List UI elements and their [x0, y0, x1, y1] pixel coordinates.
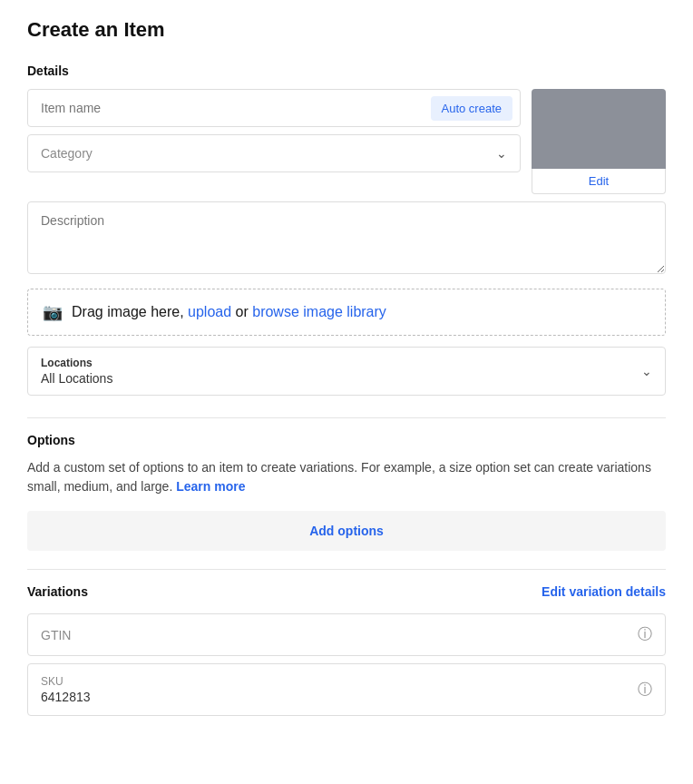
details-section: Details Auto create Category ⌄ Edit 📷 [27, 64, 666, 396]
details-left: Auto create Category ⌄ [27, 89, 521, 194]
edit-variation-link[interactable]: Edit variation details [542, 584, 666, 599]
browse-library-link[interactable]: browse image library [252, 304, 386, 319]
description-textarea[interactable] [27, 201, 666, 274]
variations-section: Variations Edit variation details GTIN ⓘ… [27, 584, 666, 716]
sku-label: SKU [41, 675, 91, 688]
sku-field: SKU 6412813 ⓘ [27, 663, 666, 716]
variations-title: Variations [27, 584, 88, 599]
locations-value: All Locations [41, 371, 652, 386]
chevron-down-icon: ⌄ [496, 146, 507, 161]
upload-text: Drag image here, upload or browse image … [72, 304, 386, 320]
options-section: Options Add a custom set of options to a… [27, 433, 666, 551]
image-icon: 📷 [43, 302, 63, 322]
details-row: Auto create Category ⌄ Edit [27, 89, 666, 194]
image-preview [532, 89, 666, 169]
options-label: Options [27, 433, 666, 447]
options-description: Add a custom set of options to an item t… [27, 458, 666, 496]
sku-value: 6412813 [41, 690, 91, 704]
details-label: Details [27, 64, 666, 78]
chevron-down-icon: ⌄ [641, 364, 652, 378]
divider [27, 417, 666, 418]
auto-create-button[interactable]: Auto create [431, 96, 513, 121]
description-wrapper [27, 201, 666, 278]
sku-content: SKU 6412813 [41, 675, 91, 704]
variations-header: Variations Edit variation details [27, 584, 666, 599]
learn-more-link[interactable]: Learn more [176, 479, 245, 494]
info-icon-gtin[interactable]: ⓘ [638, 625, 652, 644]
item-name-wrapper: Auto create [27, 89, 521, 127]
add-options-button[interactable]: Add options [27, 511, 666, 551]
upload-link[interactable]: upload [188, 304, 231, 319]
image-section: Edit [532, 89, 666, 194]
category-label: Category [41, 146, 496, 161]
gtin-field: GTIN ⓘ [27, 613, 666, 656]
gtin-placeholder: GTIN [41, 628, 71, 642]
image-upload-area[interactable]: 📷 Drag image here, upload or browse imag… [27, 289, 666, 336]
divider-2 [27, 569, 666, 570]
item-name-input[interactable] [28, 90, 431, 126]
locations-dropdown[interactable]: Locations All Locations ⌄ [27, 347, 666, 396]
locations-title: Locations [41, 357, 652, 369]
info-icon-sku[interactable]: ⓘ [638, 681, 652, 700]
page-title: Create an Item [27, 18, 666, 42]
category-dropdown[interactable]: Category ⌄ [27, 134, 521, 172]
image-edit-button[interactable]: Edit [532, 169, 666, 194]
